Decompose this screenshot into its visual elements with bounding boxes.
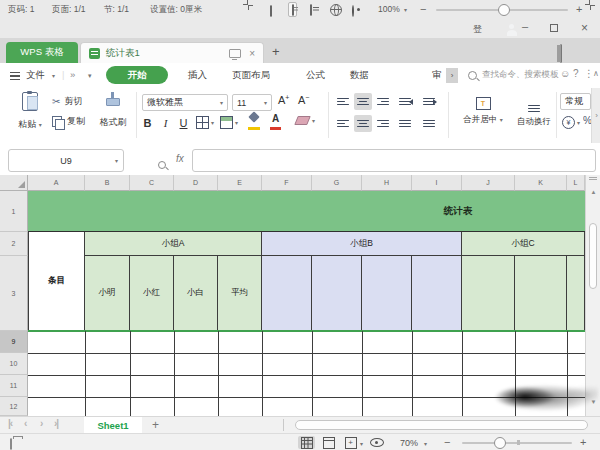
paste-button[interactable]: 粘贴 ▾ [12,92,48,131]
minimize-button[interactable]: – [522,20,528,32]
currency-format-button[interactable]: ¥▾ [562,116,580,129]
format-painter-button[interactable]: 格式刷 [94,90,132,129]
status-zoom-plus[interactable]: + [580,436,586,448]
more-menus-chevron[interactable]: » [70,69,75,80]
menu-file[interactable]: 文件 [26,69,45,82]
cell-group-c[interactable]: 小组C [462,232,585,256]
page-break-caret-icon[interactable]: ▾ [360,440,363,447]
cell[interactable] [312,256,362,331]
status-left-icon[interactable] [10,438,12,450]
vertical-scroll-thumb[interactable] [589,223,597,289]
column-header[interactable]: J [462,175,515,191]
next-sheet-icon[interactable]: › [40,418,42,429]
top-zoom-slider-knob[interactable] [498,4,510,16]
side-panel-icon[interactable] [560,44,562,63]
add-sheet-button[interactable]: + [152,418,159,432]
hamburger-menu-icon[interactable] [10,72,20,80]
help-icon[interactable]: ? [573,68,579,79]
cell-group-a[interactable]: 小组A [85,232,262,256]
maximize-button[interactable] [550,24,558,32]
column-header[interactable]: E [218,175,262,191]
collapse-ribbon-icon[interactable]: ∧ [593,69,599,78]
column-header[interactable]: H [362,175,412,191]
new-tab-button[interactable]: + [272,44,280,59]
normal-view-icon[interactable] [298,436,315,449]
split-handle[interactable] [589,177,597,178]
cell-member[interactable]: 平均 [218,256,262,331]
formula-input[interactable] [192,149,596,172]
cell[interactable] [515,256,567,331]
prev-sheet-icon[interactable]: ‹ [24,418,26,429]
decrease-indent-button[interactable] [396,93,414,110]
font-size-combo[interactable]: 11▾ [232,94,272,111]
menu-formula[interactable]: 公式 [306,69,325,82]
web-view-icon[interactable] [330,4,342,18]
cell-member[interactable]: 小白 [174,256,218,331]
page-layout-view-icon[interactable] [320,436,337,449]
row-header[interactable]: 1 [0,191,28,232]
top-zoom-value[interactable]: 100% [378,4,400,14]
increase-font-button[interactable]: A+ [278,94,289,106]
column-header[interactable]: B [85,175,130,191]
cell-member[interactable]: 小明 [85,256,130,331]
font-name-combo[interactable]: 微软雅黑▾ [142,94,228,111]
column-header[interactable]: D [174,175,218,191]
decrease-font-button[interactable]: A− [298,94,309,106]
tab-close-icon[interactable]: × [249,48,255,59]
search-command-box[interactable]: 查找命令、搜索模板 [482,69,559,81]
list-view-icon[interactable] [310,5,312,15]
cell[interactable] [362,256,412,331]
column-header[interactable]: K [515,175,567,191]
menu-review-clipped[interactable]: 审 [432,69,442,82]
row-header[interactable]: 12 [0,397,28,416]
sheet-tab-active[interactable]: Sheet1 [84,417,142,433]
menu-data[interactable]: 数据 [350,69,369,82]
select-all-corner[interactable] [0,175,28,191]
cell[interactable] [462,256,515,331]
top-zoom-caret-icon[interactable]: ▾ [404,6,407,13]
file-menu-caret-icon[interactable]: ▾ [52,72,55,79]
cell-style-button[interactable]: ▾ [220,116,238,129]
merge-center-button[interactable]: T 合并居中 ▾ [454,92,512,126]
scroll-up-icon[interactable]: ▲ [586,189,600,195]
wrap-text-button[interactable]: 自动换行 [514,92,554,128]
status-zoom-minus[interactable]: − [444,436,450,448]
status-zoom-slider-knob[interactable] [494,437,506,449]
percent-format-button[interactable]: % [583,115,591,126]
number-format-combo[interactable]: 常规 [560,93,591,110]
align-right-button[interactable] [374,115,392,132]
align-center-button[interactable] [354,115,372,132]
cell[interactable] [567,256,585,331]
column-header[interactable]: L [567,175,585,191]
cell-entry-header[interactable]: 条目 [28,232,85,331]
column-header[interactable]: I [412,175,462,191]
align-middle-button[interactable] [354,93,372,110]
status-zoom-value[interactable]: 70% [400,438,418,448]
align-left-button[interactable] [334,115,352,132]
justify-button[interactable] [396,115,414,132]
reading-mode-eye-icon[interactable] [368,436,385,449]
font-color-button[interactable]: A [268,113,283,131]
status-zoom-caret-icon[interactable]: ▾ [424,440,427,447]
tab-preview-icon[interactable] [229,49,241,58]
cut-button[interactable]: ✂ 剪切 [52,95,82,108]
row-header[interactable]: 3 [0,256,28,331]
top-zoom-plus[interactable]: + [576,3,582,15]
page-break-view-icon[interactable]: + [342,436,359,449]
eye-protection-icon[interactable] [352,6,354,16]
document-tab[interactable]: 统计表1 × [80,42,264,64]
bold-button[interactable]: B [140,114,155,131]
fx-insert-function[interactable]: fx [176,153,184,164]
ribbon-scroll-right-button[interactable]: › [446,68,458,83]
column-header[interactable]: G [312,175,362,191]
search-icon[interactable] [468,71,477,80]
menu-start-active[interactable]: 开始 [106,66,168,84]
column-header[interactable]: A [28,175,85,191]
name-box[interactable]: U9 ▾ [8,149,124,172]
smiley-feedback-icon[interactable]: ☺ [560,68,570,79]
underline-button[interactable]: U [176,114,191,131]
close-button[interactable]: × [581,21,588,35]
formula-search-icon[interactable] [158,161,166,169]
horizontal-scrollbar[interactable] [295,420,588,430]
column-header[interactable]: F [262,175,312,191]
